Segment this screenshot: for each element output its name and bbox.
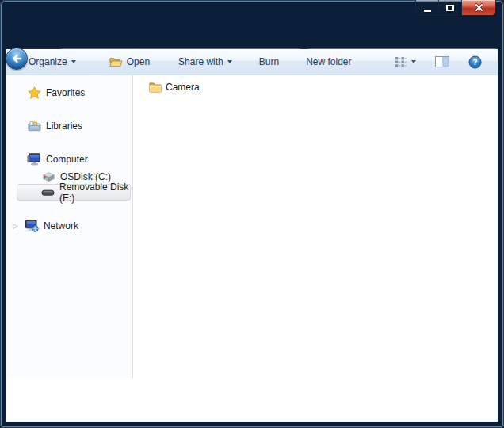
burn-button[interactable]: Burn xyxy=(254,53,284,71)
minimize-icon xyxy=(424,10,431,12)
preview-pane-icon xyxy=(435,56,449,67)
sidebar-label: Removable Disk (E:) xyxy=(59,182,130,204)
views-icon xyxy=(394,56,407,67)
burn-label: Burn xyxy=(259,56,279,67)
open-folder-icon xyxy=(109,56,123,67)
file-item-camera[interactable]: Camera xyxy=(147,80,206,94)
change-view-button[interactable] xyxy=(389,53,421,71)
close-icon xyxy=(474,2,484,13)
maximize-button[interactable] xyxy=(439,0,462,15)
new-folder-button[interactable]: New folder xyxy=(301,53,356,71)
navigation-pane: Favorites Libraries xyxy=(6,75,133,378)
star-icon xyxy=(27,86,41,99)
sidebar-label: OSDisk (C:) xyxy=(60,171,111,182)
back-arrow-icon xyxy=(10,52,23,65)
maximize-icon xyxy=(446,5,454,11)
libraries-icon xyxy=(27,120,41,132)
help-button[interactable]: ? xyxy=(464,52,487,72)
sidebar-item-computer[interactable]: Computer xyxy=(6,151,131,167)
file-item-label: Camera xyxy=(166,82,200,93)
content-area: Favorites Libraries xyxy=(6,75,498,378)
sidebar-item-libraries[interactable]: Libraries xyxy=(6,117,131,134)
client-area: Organize Open Share with Burn New folder xyxy=(6,49,498,422)
organize-label: Organize xyxy=(29,56,67,67)
help-icon: ? xyxy=(468,55,482,69)
navigation-row: « Removable Disk (E:) ▸ DCIM ▸ xyxy=(0,22,504,49)
preview-pane-button[interactable] xyxy=(430,53,454,71)
minimize-button[interactable] xyxy=(416,0,439,15)
sidebar-item-removable-disk[interactable]: Removable Disk (E:) xyxy=(17,184,131,201)
sidebar-item-favorites[interactable]: Favorites xyxy=(6,84,131,101)
sidebar-label: Favorites xyxy=(46,87,85,98)
organize-button[interactable]: Organize xyxy=(24,53,81,71)
window-controls xyxy=(415,0,496,16)
dropdown-arrow-icon xyxy=(227,60,232,63)
file-list-area[interactable]: Camera xyxy=(133,75,498,378)
open-button[interactable]: Open xyxy=(105,53,155,71)
help-glyph: ? xyxy=(472,58,477,67)
toolbar-right-group: ? xyxy=(389,52,487,72)
dropdown-arrow-icon xyxy=(411,60,416,63)
sidebar-label: Libraries xyxy=(46,120,82,132)
titlebar[interactable] xyxy=(0,0,504,22)
expand-arrow-icon[interactable]: ▷ xyxy=(13,222,18,230)
share-with-label: Share with xyxy=(178,56,223,67)
command-toolbar: Organize Open Share with Burn New folder xyxy=(6,49,498,75)
computer-icon xyxy=(27,153,41,166)
dropdown-arrow-icon xyxy=(71,60,76,63)
open-label: Open xyxy=(127,56,150,67)
explorer-window: « Removable Disk (E:) ▸ DCIM ▸ xyxy=(0,0,504,428)
share-with-button[interactable]: Share with xyxy=(174,53,237,71)
hard-disk-icon xyxy=(41,171,55,182)
sidebar-label: Computer xyxy=(46,154,88,165)
back-button[interactable] xyxy=(6,48,28,70)
close-button[interactable] xyxy=(462,0,495,15)
removable-drive-icon xyxy=(40,189,55,197)
new-folder-label: New folder xyxy=(306,56,351,67)
folder-icon xyxy=(149,82,162,93)
network-icon xyxy=(25,220,39,232)
sidebar-label: Network xyxy=(44,220,78,231)
sidebar-item-network[interactable]: ▷ Network xyxy=(6,217,131,234)
